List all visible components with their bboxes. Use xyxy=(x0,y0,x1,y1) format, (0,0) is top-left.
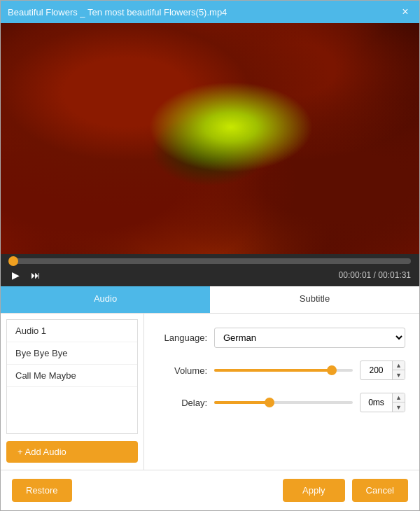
close-button[interactable]: × xyxy=(398,5,412,19)
delay-fill xyxy=(214,401,270,404)
volume-label: Volume: xyxy=(158,365,207,376)
volume-track[interactable] xyxy=(214,369,353,372)
video-preview xyxy=(1,23,419,254)
delay-input[interactable]: 0ms xyxy=(360,395,392,410)
restore-button[interactable]: Restore xyxy=(12,479,72,502)
apply-button[interactable]: Apply xyxy=(283,479,345,502)
time-display: 00:00:01 / 00:01:31 xyxy=(339,270,411,280)
main-window: Beautiful Flowers _ Ten most beautiful F… xyxy=(0,0,420,511)
delay-thumb[interactable] xyxy=(265,398,274,407)
volume-up[interactable]: ▲ xyxy=(393,361,405,370)
volume-down[interactable]: ▼ xyxy=(393,370,405,379)
tab-subtitle[interactable]: Subtitle xyxy=(210,286,419,313)
language-select[interactable]: German English French Spanish xyxy=(214,328,405,348)
settings-panel: Language: German English French Spanish … xyxy=(144,314,419,470)
audio-item-label: Bye Bye Bye xyxy=(15,348,67,358)
list-item[interactable]: Call Me Maybe xyxy=(7,365,137,387)
bottom-bar: Restore Apply Cancel xyxy=(1,470,419,510)
delay-slider-container xyxy=(214,396,353,410)
list-item[interactable]: Audio 1 xyxy=(7,320,137,342)
volume-fill xyxy=(214,369,332,372)
progress-thumb[interactable] xyxy=(8,256,18,266)
delay-row: Delay: 0ms ▲ ▼ xyxy=(158,393,405,412)
controls-left: ▶ ⏭ xyxy=(9,268,43,282)
audio-list-panel: Audio 1 Bye Bye Bye Call Me Maybe + Add … xyxy=(1,314,144,470)
video-thumbnail xyxy=(1,23,419,254)
audio-item-label: Audio 1 xyxy=(15,326,46,336)
right-buttons: Apply Cancel xyxy=(283,479,408,502)
delay-down[interactable]: ▼ xyxy=(393,402,405,412)
current-time: 00:00:01 xyxy=(339,270,372,280)
delay-input-container: 0ms ▲ ▼ xyxy=(360,393,405,412)
volume-input-container: 200 ▲ ▼ xyxy=(360,360,405,380)
audio-list: Audio 1 Bye Bye Bye Call Me Maybe xyxy=(6,319,138,434)
content-area: Audio 1 Bye Bye Bye Call Me Maybe + Add … xyxy=(1,314,419,470)
skip-button[interactable]: ⏭ xyxy=(28,268,43,282)
tab-audio[interactable]: Audio xyxy=(1,286,210,313)
volume-row: Volume: 200 ▲ ▼ xyxy=(158,360,405,380)
progress-bar[interactable] xyxy=(9,258,411,264)
controls-row: ▶ ⏭ 00:00:01 / 00:01:31 xyxy=(9,268,411,282)
title-bar: Beautiful Flowers _ Ten most beautiful F… xyxy=(1,1,419,23)
total-time: 00:01:31 xyxy=(378,270,411,280)
language-label: Language: xyxy=(158,332,207,343)
list-item[interactable]: Bye Bye Bye xyxy=(7,342,137,365)
delay-track[interactable] xyxy=(214,401,353,404)
cancel-button[interactable]: Cancel xyxy=(352,479,408,502)
time-separator: / xyxy=(374,270,376,280)
delay-label: Delay: xyxy=(158,398,207,408)
controls-bar: ▶ ⏭ 00:00:01 / 00:01:31 xyxy=(1,254,419,286)
audio-item-label: Call Me Maybe xyxy=(15,370,76,381)
window-title: Beautiful Flowers _ Ten most beautiful F… xyxy=(8,7,227,18)
tabs-section: Audio Subtitle xyxy=(1,286,419,314)
delay-up[interactable]: ▲ xyxy=(393,393,405,402)
volume-spinners: ▲ ▼ xyxy=(392,361,405,379)
language-row: Language: German English French Spanish xyxy=(158,328,405,348)
add-audio-button[interactable]: + Add Audio xyxy=(6,441,138,463)
delay-spinners: ▲ ▼ xyxy=(392,393,405,412)
volume-thumb[interactable] xyxy=(327,365,337,375)
volume-slider-container xyxy=(214,363,353,377)
play-button[interactable]: ▶ xyxy=(9,268,22,282)
volume-input[interactable]: 200 xyxy=(360,363,392,378)
